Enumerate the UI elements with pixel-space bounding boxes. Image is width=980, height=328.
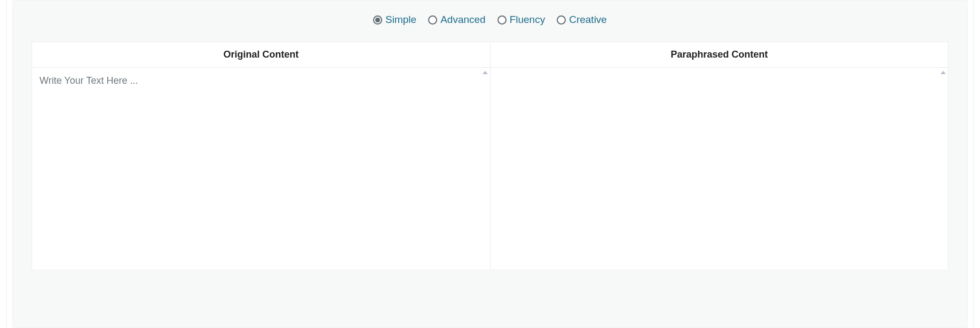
mode-option-simple[interactable]: Simple bbox=[373, 14, 416, 26]
viewport: Simple Advanced Fluency Creative Or bbox=[0, 0, 980, 328]
mode-label: Fluency bbox=[510, 14, 546, 26]
radio-icon bbox=[497, 15, 507, 25]
original-textarea-wrap bbox=[32, 68, 490, 269]
content-columns: Original Content Paraphrased Content bbox=[31, 42, 949, 269]
paraphrased-header: Paraphrased Content bbox=[491, 42, 948, 68]
original-textarea[interactable] bbox=[32, 68, 490, 269]
paraphrased-textarea[interactable] bbox=[491, 68, 948, 269]
paraphrased-column: Paraphrased Content bbox=[490, 42, 948, 269]
page-frame: Simple Advanced Fluency Creative Or bbox=[6, 0, 974, 328]
paraphrase-panel: Simple Advanced Fluency Creative Or bbox=[12, 0, 968, 328]
radio-icon bbox=[428, 15, 437, 25]
mode-option-fluency[interactable]: Fluency bbox=[497, 14, 546, 26]
mode-label: Creative bbox=[569, 14, 607, 26]
original-header: Original Content bbox=[32, 42, 490, 68]
radio-icon bbox=[557, 15, 566, 25]
mode-option-creative[interactable]: Creative bbox=[557, 14, 607, 26]
mode-label: Simple bbox=[385, 14, 416, 26]
original-column: Original Content bbox=[32, 42, 490, 269]
mode-selector: Simple Advanced Fluency Creative bbox=[31, 14, 949, 26]
mode-label: Advanced bbox=[440, 14, 486, 26]
radio-icon bbox=[373, 15, 382, 25]
mode-option-advanced[interactable]: Advanced bbox=[428, 14, 486, 26]
paraphrased-textarea-wrap bbox=[491, 68, 948, 269]
